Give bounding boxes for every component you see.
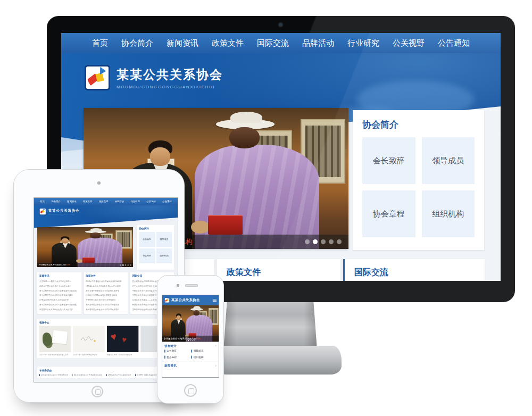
nav-item-research[interactable]: 行业研究	[131, 200, 140, 203]
nav-item-brand[interactable]: 品牌活动	[302, 38, 334, 48]
phone-device: 某某公共关系协会 李波曼会长会见海沃斯国际人际机构	[157, 275, 224, 404]
about-link-charter[interactable]: 协会章程	[139, 248, 155, 263]
hero-carousel-slide[interactable]: 李波曼会长会见海沃斯国际人际机构	[37, 227, 133, 267]
video-caption[interactable]: 2021一带一路年度发布会在京成功举办	[39, 354, 71, 356]
carousel-dot[interactable]	[186, 340, 187, 341]
policy-list-item[interactable]: CPRA年度公共关系服务收费——指引发布	[86, 284, 126, 288]
logo-flag-icon	[164, 297, 170, 303]
policy-list-item[interactable]: 第九届中国大学生公共关系策划创业大赛	[86, 303, 126, 307]
carousel-dot[interactable]	[127, 264, 129, 266]
nav-item-vision[interactable]: 公关视野	[393, 38, 425, 48]
carousel-dot[interactable]	[194, 340, 195, 341]
video-thumb-hearts[interactable]: ♥♥	[107, 326, 138, 352]
site-logo[interactable]: 某某公共关系协会 MOUMOUGONGGONGGUANXIXIEHUI	[39, 208, 79, 215]
list-columns: 新闻资讯 关注2021——聚焦公共关系行业风向标 2021年中国公共关系行业年会…	[37, 272, 174, 314]
about-link-leaders[interactable]: 领导成员	[156, 232, 172, 247]
carousel-dot[interactable]	[337, 239, 342, 244]
committee-link[interactable]: ▌第七届中国大学生公共关系策划大赛	[39, 374, 68, 376]
nav-item-international[interactable]: 国际交流	[257, 38, 289, 48]
tablet-site: 首页 协会简介 新闻资讯 政策文件 国际交流 品牌活动 行业研究 公关视野 公告…	[34, 198, 178, 382]
nav-item-about[interactable]: 协会简介	[121, 38, 153, 48]
international-panel-title: 国际交流	[354, 267, 475, 278]
device-mockup-scene: 首页 协会简介 新闻资讯 政策文件 国际交流 品牌活动 行业研究 公关视野 公告…	[0, 0, 532, 416]
nav-item-home[interactable]: 首页	[40, 200, 45, 203]
policy-list-item[interactable]: 第九届中国大学生公共关系策划大赛通知	[86, 307, 126, 312]
carousel-dot[interactable]	[305, 239, 310, 244]
policy-column: 政策文件 2019年中国最佳公共关系案例大赛评选结果 CPRA年度公共关系服务收…	[84, 272, 128, 314]
carousel-dots	[186, 340, 195, 341]
nav-item-home[interactable]: 首页	[92, 38, 108, 48]
policy-list-item[interactable]: 第十五届中国最佳公共关系案例大赛评选	[86, 288, 126, 293]
nav-item-policy[interactable]: 政策文件	[83, 200, 92, 203]
policy-panel: 政策文件	[217, 259, 340, 281]
carousel-dot[interactable]	[329, 239, 334, 244]
policy-list-item[interactable]: 2019年中国最佳公共关系案例大赛评选结果	[86, 279, 126, 284]
phone-home-button[interactable]	[184, 384, 197, 397]
nav-item-international[interactable]: 国际交流	[99, 200, 108, 203]
committee-section-title: 专业委员会	[39, 369, 172, 372]
carousel-dot[interactable]	[125, 264, 127, 266]
about-section-title: 协会简介	[164, 344, 177, 348]
carousel-dot[interactable]	[321, 239, 326, 244]
nav-item-news[interactable]: 新闻资讯	[67, 200, 76, 203]
video-thumb-flatlay[interactable]	[39, 326, 71, 352]
about-link-org[interactable]: 组织机构	[191, 355, 217, 359]
video-section-title: 视频中心	[39, 321, 172, 324]
tablet-home-button[interactable]	[92, 386, 103, 397]
logo-subtitle: MOUMOUGONGGONGGUANXIXIEHUI	[117, 85, 223, 89]
carousel-dots	[305, 239, 342, 244]
nav-item-brand[interactable]: 品牌活动	[115, 200, 124, 203]
news-list-item[interactable]: 2021年中国公共关系行业年会在京举行	[39, 284, 79, 288]
carousel-dot[interactable]	[130, 264, 131, 266]
carousel-dot-active[interactable]	[122, 264, 124, 266]
logo-title: 某某公共关系协会	[171, 298, 200, 303]
committee-link[interactable]: ▌CPRA学术工作委员会会议召开	[106, 374, 131, 376]
carousel-dot-active[interactable]	[313, 239, 318, 244]
hamburger-menu-icon[interactable]	[213, 298, 217, 302]
about-link-charter[interactable]: 协会章程	[362, 190, 415, 237]
about-link-leaders[interactable]: 领导成员	[191, 350, 217, 353]
nav-item-notice[interactable]: 公告通知	[438, 38, 470, 48]
nav-item-notice[interactable]: 公告通知	[162, 200, 171, 203]
policy-panel-title: 政策文件	[227, 267, 331, 278]
news-list-item[interactable]: 第十八届中国公共关系行业最佳案例大赛启动	[39, 288, 79, 293]
news-section-header[interactable]: 新闻资讯 ›	[162, 362, 219, 370]
nav-item-about[interactable]: 协会简介	[52, 200, 61, 203]
news-list-item[interactable]: 第十八届中国公共关系行业最佳案例大赛颁奖	[39, 303, 79, 307]
site-logo[interactable]: 某某公共关系协会 MOUMOUGONGGONGGUANXIXIEHUI	[85, 65, 223, 90]
news-list-item[interactable]: 中国国际公共关系协会会员代表大会召开	[39, 307, 79, 312]
news-list-item[interactable]: 关注2021——聚焦公共关系行业风向标	[39, 279, 79, 284]
about-link-org[interactable]: 组织机构	[156, 248, 172, 263]
nav-item-research[interactable]: 行业研究	[347, 38, 379, 48]
about-link-charter[interactable]: 协会章程	[164, 355, 190, 359]
hero-carousel-slide[interactable]: 李波曼会长会见海沃斯国际人际机构	[162, 305, 219, 342]
carousel-dot[interactable]	[190, 340, 191, 341]
video-caption[interactable]: 中国公共关系：如何讲好中国故事	[107, 354, 138, 356]
carousel-dots	[120, 264, 131, 266]
nav-item-policy[interactable]: 政策文件	[212, 38, 244, 48]
carousel-dot[interactable]	[120, 264, 121, 266]
about-link-leaders[interactable]: 领导成员	[422, 137, 475, 184]
news-list-item[interactable]: CPRA组织机构负责人工作会议召开	[39, 298, 79, 303]
main-navbar: 首页 协会简介 新闻资讯 政策文件 国际交流 品牌活动 行业研究 公关视野 公告…	[61, 33, 501, 53]
about-section-header[interactable]: 协会简介 ›	[162, 342, 219, 350]
news-column-title: 新闻资讯	[39, 274, 79, 278]
about-link-chairman[interactable]: 会长致辞	[362, 137, 415, 184]
nav-item-news[interactable]: 新闻资讯	[167, 38, 198, 48]
video-thumb-note[interactable]	[73, 326, 104, 352]
video-caption[interactable]: 2021一带一路年度报告官方发布	[73, 354, 104, 356]
about-panel-title: 协会简介	[139, 227, 172, 230]
policy-list-item[interactable]: 口碑时代CPRA年度行业调查报告解读	[86, 293, 126, 298]
chevron-right-icon: ›	[215, 364, 217, 368]
policy-list-item[interactable]: 中国国际公共关系协会行业规范通知	[86, 298, 126, 303]
about-link-chairman[interactable]: 会长致辞	[139, 232, 155, 247]
carousel-dot-active[interactable]	[188, 340, 189, 341]
nav-item-vision[interactable]: 公关视野	[147, 200, 156, 203]
about-link-chairman[interactable]: 会长致辞	[164, 350, 190, 353]
committee-link[interactable]: ▌新时代中国特色公共关系研究中心成立	[72, 374, 102, 376]
news-list-item[interactable]: 第十八届中国公共关系行业最佳案例展示	[39, 293, 79, 298]
carousel-dot[interactable]	[192, 340, 193, 341]
logo-title: 某某公共关系协会	[117, 66, 223, 83]
logo-subtitle: MOUMOUGONGGONGGUANXIXIEHUI	[48, 214, 80, 215]
about-link-org[interactable]: 组织机构	[422, 190, 475, 237]
